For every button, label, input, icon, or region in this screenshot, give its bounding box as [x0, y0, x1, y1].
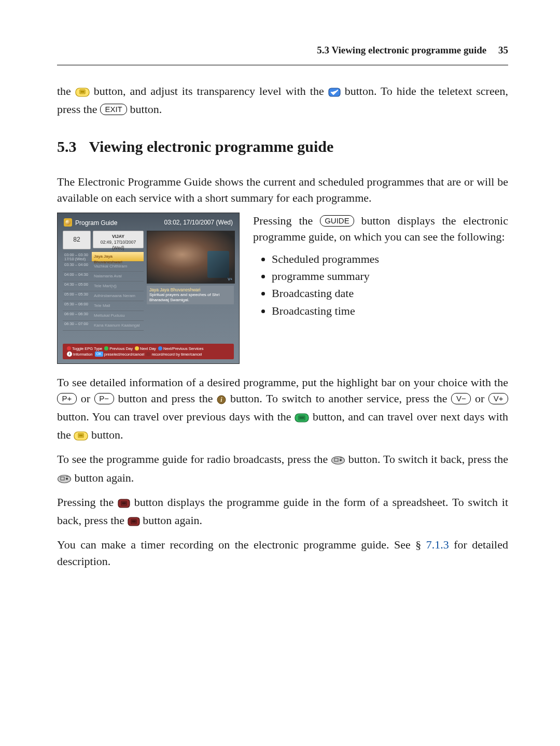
detail-navigation-paragraph: To see detailed information of a desired… — [57, 374, 508, 445]
tv-radio-icon — [57, 472, 72, 488]
svg-rect-10 — [300, 418, 304, 418]
legend-next-day: Next Day — [140, 346, 156, 351]
epg-programme-row: 04:00 – 04:30Nalamaria Aval — [63, 271, 144, 281]
v-minus-key: V− — [451, 393, 471, 404]
svg-rect-16 — [334, 458, 338, 461]
text: button again. — [143, 514, 202, 527]
epg-programme-row: 03:00 – 03:30 17/10 (Wed)Jaya Jaya Bhuva… — [63, 251, 144, 261]
svg-rect-2 — [81, 91, 84, 92]
blue-check-icon — [328, 85, 341, 101]
epg-datetime: 03:02, 17/10/2007 (Wed) — [164, 218, 233, 227]
header-section-label: 5.3 Viewing electronic programme guide — [317, 45, 486, 55]
epg-detail-title: Jaya Jaya Bhuvaneshwari — [149, 287, 231, 292]
epg-row-time: 04:30 – 05:00 — [63, 281, 92, 291]
exit-key: EXIT — [100, 104, 127, 115]
text: To see detailed information of a desired… — [57, 376, 508, 389]
epg-row-title: Tele Mart(vj) — [92, 281, 144, 291]
header-page-number: 35 — [498, 45, 508, 55]
epg-programme-row: 05:30 – 06:00Tele Mall — [63, 301, 144, 311]
epg-left-column: 82 VIJAY 02:49, 17/10/2007 (Wed) 03:00 –… — [63, 231, 144, 331]
epg-preview-pane: V+ — [147, 231, 235, 284]
epg-title: Program Guide — [75, 219, 117, 227]
epg-channel-info: VIJAY 02:49, 17/10/2007 (Wed) — [93, 231, 144, 248]
text: or — [81, 392, 94, 405]
epg-channel-name: VIJAY — [96, 234, 140, 240]
epg-right-column: V+ Jaya Jaya Bhuvaneshwari Spiritual pra… — [147, 231, 234, 331]
svg-rect-23 — [122, 502, 125, 503]
epg-detail-body: Spiritual prayers and speeches of Shri B… — [149, 292, 231, 303]
epg-programme-row: 03:30 – 04:00Vazhkai Chithiram — [63, 261, 144, 271]
text: To see the programme guide for radio bro… — [57, 453, 331, 466]
info-badge-icon: i — [67, 351, 72, 357]
guide-bullet-item: programme summary — [272, 268, 508, 284]
intro-paragraph: The Electronic Programme Guide shows the… — [57, 174, 508, 206]
epg-screenshot: Program Guide 03:02, 17/10/2007 (Wed) 82… — [57, 213, 240, 364]
running-header: 5.3 Viewing electronic programme guide 3… — [57, 44, 508, 65]
green-dot-icon — [104, 346, 108, 350]
section-number: 5.3 — [57, 136, 77, 158]
epg-row-title: Tele Mall — [92, 301, 144, 311]
epg-row-title: Adhirstamaana Neram — [92, 291, 144, 301]
epg-titlebar: Program Guide 03:02, 17/10/2007 (Wed) — [58, 213, 239, 231]
epg-row-time: 03:00 – 03:30 17/10 (Wed) — [63, 252, 92, 261]
text: button. To switch it back, press the — [348, 453, 508, 466]
svg-rect-9 — [300, 417, 304, 417]
p-plus-key: P+ — [57, 393, 77, 404]
guide-key: GUIDE — [320, 215, 354, 227]
spreadsheet-paragraph: Pressing the button displays the program… — [57, 494, 508, 530]
epg-screenshot-wrapper: Program Guide 03:02, 17/10/2007 (Wed) 82… — [57, 213, 240, 364]
epg-row-time: 05:00 – 05:30 — [63, 291, 92, 301]
epg-channel-number: 82 — [63, 231, 91, 249]
epg-channel-header: 82 VIJAY 02:49, 17/10/2007 (Wed) — [63, 231, 144, 249]
text: button. To switch to another service, pr… — [230, 392, 451, 405]
text: or — [475, 392, 488, 405]
legend-prev-day: Previous Day — [109, 346, 133, 351]
epg-row-time: 04:00 – 04:30 — [63, 272, 92, 281]
epg-row-title: Kana Kaanum Kaalangal — [92, 321, 144, 330]
text: button. — [91, 428, 123, 441]
epg-programme-row: 06:30 – 07:00Kana Kaanum Kaalangal — [63, 320, 144, 331]
red-list-icon — [118, 496, 130, 512]
epg-row-time: 06:30 – 07:00 — [63, 321, 92, 330]
timer-recording-paragraph: You can make a timer recording on the el… — [57, 537, 508, 569]
epg-row-title: Nalamaria Aval — [92, 272, 144, 281]
svg-rect-19 — [61, 477, 64, 480]
cross-reference-link[interactable]: 7.1.3 — [426, 538, 449, 551]
text: button and press the — [118, 392, 217, 405]
yellow-next-day-icon — [74, 429, 88, 445]
epg-row-title: Vazhkai Chithiram — [92, 262, 144, 271]
svg-point-17 — [340, 459, 342, 461]
legend-next-prev-services: Next/Previous Services — [163, 346, 204, 351]
epg-logo-icon — [64, 218, 72, 227]
guide-description: Pressing the GUIDE button displays the e… — [253, 213, 508, 324]
epg-row-title: Mettukal Pudusu — [92, 311, 144, 320]
text: You can make a timer recording on the el… — [57, 538, 426, 551]
legend-preselect: preselect/record/cancel — [104, 352, 145, 357]
text: button, and adjust its transparency leve… — [94, 85, 328, 97]
ok-badge-icon: OK — [95, 351, 103, 357]
teletext-yellow-icon — [75, 85, 90, 101]
yellow-dot-icon — [135, 346, 139, 350]
red-dot-icon — [67, 346, 71, 350]
section-heading: 5.3 Viewing electronic programme guide — [57, 136, 508, 158]
epg-programme-list: 03:00 – 03:30 17/10 (Wed)Jaya Jaya Bhuva… — [63, 251, 144, 331]
red-list-icon — [128, 514, 140, 530]
epg-row-time: 03:30 – 04:00 — [63, 262, 92, 271]
epg-two-column: Program Guide 03:02, 17/10/2007 (Wed) 82… — [57, 213, 508, 364]
section-title: Viewing electronic programme guide — [89, 136, 334, 158]
page: 5.3 Viewing electronic programme guide 3… — [0, 0, 560, 746]
epg-body: 82 VIJAY 02:49, 17/10/2007 (Wed) 03:00 –… — [58, 231, 239, 331]
epg-row-time: 06:00 – 06:30 — [63, 311, 92, 320]
svg-rect-24 — [122, 503, 125, 504]
svg-rect-3 — [81, 92, 84, 93]
green-prev-day-icon — [295, 411, 309, 427]
epg-row-time: 05:30 – 06:00 — [63, 301, 92, 311]
v-plus-key: V+ — [488, 393, 508, 404]
darkred-dot-icon — [146, 352, 150, 356]
guide-bullet-item: Broadcasting time — [272, 303, 508, 319]
epg-channel-time: 02:49, 17/10/2007 (Wed) — [96, 240, 140, 251]
epg-programme-detail: Jaya Jaya Bhuvaneshwari Spiritual prayer… — [147, 286, 234, 304]
epg-programme-row: 06:00 – 06:30Mettukal Pudusu — [63, 311, 144, 320]
guide-sentence: Pressing the GUIDE button displays the e… — [253, 213, 508, 245]
svg-point-20 — [66, 477, 68, 480]
